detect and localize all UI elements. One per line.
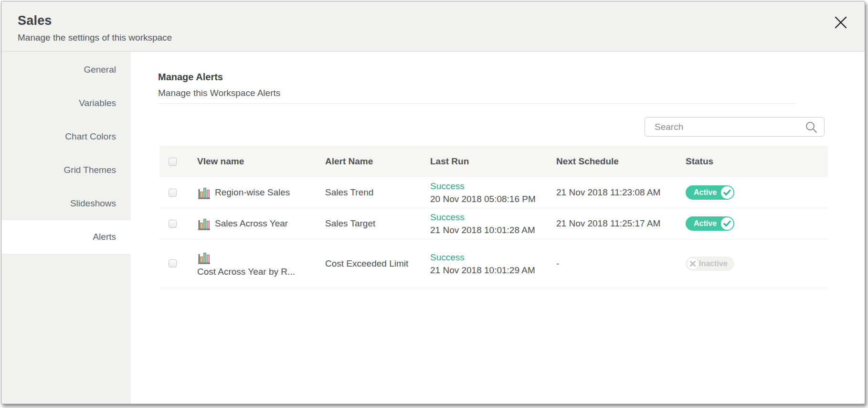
search-box [645,117,825,137]
view-name-label: Sales Across Year [215,218,288,229]
sidebar-item-slideshows[interactable]: Slideshows [1,187,131,220]
status-toggle-active[interactable]: Active [686,216,734,231]
page-subtitle: Manage this Workspace Alerts [158,88,280,98]
last-run-time: 21 Nov 2018 10:01:29 AM [430,264,535,277]
view-name-label: Cost Across Year by R... [197,267,295,277]
check-icon [721,217,733,230]
column-header-next-schedule: Next Schedule [556,156,686,167]
select-all-checkbox[interactable] [169,158,177,166]
sidebar-item-label: Alerts [93,232,116,242]
row-checkbox[interactable] [169,259,177,268]
close-button[interactable] [833,15,848,30]
check-icon [721,186,733,199]
row-checkbox[interactable] [169,189,177,197]
status-badge-label: Active [694,188,717,197]
table-row: Cost Across Year by R... Cost Exceeded L… [159,239,828,288]
bar-chart-icon [197,250,211,265]
main-panel: Manage Alerts Manage this Workspace Aler… [131,52,865,404]
table-row: Region-wise Sales Sales Trend Success 20… [159,177,828,208]
column-header-last-run: Last Run [430,156,556,167]
next-schedule: 21 Nov 2018 11:25:17 AM [556,218,686,229]
next-schedule: 21 Nov 2018 11:23:08 AM [556,187,686,198]
view-name-link[interactable]: Cost Across Year by R... [197,250,295,277]
last-run-status-link[interactable]: Success [430,251,535,264]
sidebar-item-label: Chart Colors [65,131,116,142]
view-name-link[interactable]: Sales Across Year [197,216,288,231]
dialog-subtitle: Manage the settings of this workspace [18,32,848,43]
last-run-time: 21 Nov 2018 10:01:28 AM [430,224,535,236]
sidebar-item-alerts[interactable]: Alerts [1,220,131,254]
status-toggle-active[interactable]: Active [686,185,734,200]
sidebar-item-chart-colors[interactable]: Chart Colors [1,120,131,153]
x-icon [687,258,699,270]
heading-divider [158,103,795,104]
dialog-title: Sales [18,1,848,28]
settings-sidebar: General Variables Chart Colors Grid Them… [1,52,131,404]
last-run-status-link[interactable]: Success [430,180,536,193]
sidebar-item-label: Grid Themes [64,165,116,175]
row-checkbox[interactable] [169,220,177,228]
dialog-header: Sales Manage the settings of this worksp… [1,1,865,52]
bar-chart-icon [197,216,211,231]
view-name-link[interactable]: Region-wise Sales [197,185,290,200]
bar-chart-icon [197,185,211,200]
search-icon[interactable] [805,121,817,133]
search-input[interactable] [654,121,805,133]
status-badge-label: Inactive [699,259,728,268]
last-run-time: 20 Nov 2018 05:08:16 PM [430,193,536,205]
status-badge-label: Active [694,219,717,228]
alert-name: Sales Target [325,218,430,229]
sidebar-item-grid-themes[interactable]: Grid Themes [1,153,131,187]
column-header-alert-name: Alert Name [325,156,430,167]
table-header-row: VIew name Alert Name Last Run Next Sched… [159,146,828,177]
sidebar-item-general[interactable]: General [1,53,131,86]
column-header-view-name: VIew name [197,156,325,167]
view-name-label: Region-wise Sales [215,187,290,198]
sidebar-item-label: General [84,64,116,75]
sidebar-item-label: Variables [79,98,116,108]
last-run-status-link[interactable]: Success [430,211,535,224]
alert-name: Sales Trend [325,187,430,198]
sidebar-item-variables[interactable]: Variables [1,86,131,120]
sidebar-item-label: Slideshows [70,198,116,209]
status-toggle-inactive[interactable]: Inactive [686,257,734,271]
dialog-body: General Variables Chart Colors Grid Them… [1,52,865,404]
alert-name: Cost Exceeded Limit [325,258,430,269]
page-title: Manage Alerts [158,72,223,83]
workspace-settings-dialog: Sales Manage the settings of this worksp… [1,1,865,404]
close-icon [834,15,848,30]
table-row: Sales Across Year Sales Target Success 2… [159,208,828,239]
alerts-table: VIew name Alert Name Last Run Next Sched… [159,146,828,288]
column-header-status: Status [686,156,828,167]
next-schedule: - [556,258,686,269]
